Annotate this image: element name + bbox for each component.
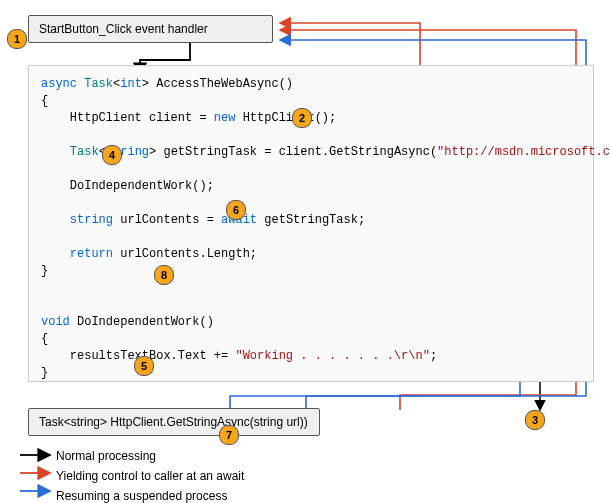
callee-box: Task<string> HttpClient.GetStringAsync(s… [28, 408, 320, 436]
badge-2: 2 [292, 108, 312, 128]
legend: Normal processing Yielding control to ca… [56, 447, 244, 503]
badge-7: 7 [219, 425, 239, 445]
badge-5: 5 [134, 356, 154, 376]
caller-label: StartButton_Click event handler [39, 22, 208, 36]
legend-normal: Normal processing [56, 447, 244, 465]
legend-resume: Resuming a suspended process [56, 487, 244, 503]
badge-1: 1 [7, 29, 27, 49]
code-content: async Task<int> AccessTheWebAsync() { Ht… [41, 77, 610, 380]
diagram-stage: { "boxes": { "caller": "StartButton_Clic… [0, 0, 610, 503]
caller-box: StartButton_Click event handler [28, 15, 273, 43]
callee-label: Task<string> HttpClient.GetStringAsync(s… [39, 415, 308, 429]
badge-8: 8 [154, 265, 174, 285]
badge-3: 3 [525, 410, 545, 430]
badge-6: 6 [226, 200, 246, 220]
badge-4: 4 [102, 145, 122, 165]
legend-yield: Yielding control to caller at an await [56, 467, 244, 485]
